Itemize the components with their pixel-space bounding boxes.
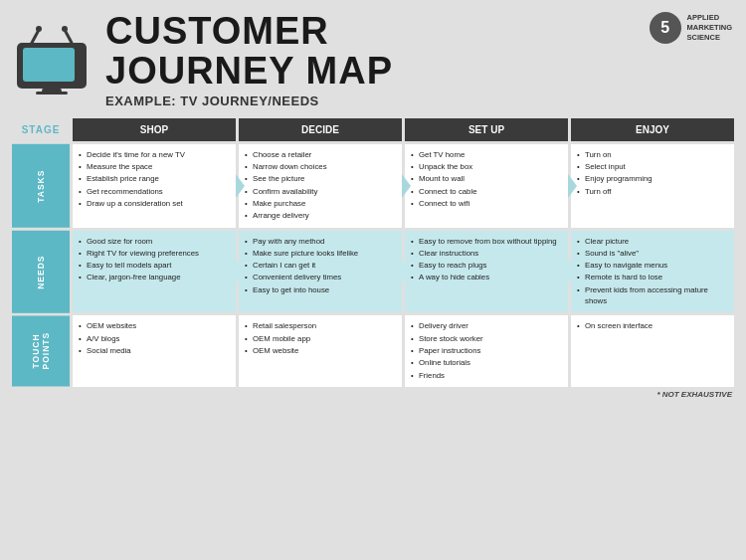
decide-tasks-list: Choose a retailer Narrow down choices Se… [245, 149, 396, 222]
list-item: Clear instructions [411, 248, 562, 259]
list-item: Friends [411, 370, 562, 381]
shop-touchpoints-list: OEM websites A/V blogs Social media [79, 320, 230, 356]
list-item: Clear, jargon-free language [79, 272, 230, 282]
logo-block: 5 APPLIEDMARKETINGSCIENCE [650, 12, 732, 44]
list-item: Measure the space [79, 161, 230, 172]
list-item: Clear picture [577, 236, 728, 247]
list-item: Social media [79, 345, 230, 356]
logo-number: 5 [660, 19, 669, 37]
setup-header: SET UP [405, 118, 568, 141]
decide-header: DECIDE [239, 118, 402, 141]
setup-tasks-list: Get TV home Unpack the box Mount to wall… [411, 149, 562, 209]
list-item: Turn on [577, 149, 728, 160]
enjoy-touchpoints-cell: On screen interface [571, 315, 734, 386]
setup-tasks-cell: Get TV home Unpack the box Mount to wall… [405, 144, 568, 228]
stage-header-cell: STAGE [12, 118, 70, 141]
list-item: Remote is hard to lose [577, 272, 728, 282]
list-item: A way to hide cables [411, 272, 562, 282]
list-item: Easy to reach plugs [411, 260, 562, 271]
journey-table: STAGE SHOP DECIDE SET UP ENJOY TASKS Dec… [12, 118, 734, 387]
decide-touchpoints-cell: Retail salesperson OEM mobile app OEM we… [239, 315, 402, 386]
subtitle: EXAMPLE: TV JOURNEY/NEEDS [105, 93, 734, 108]
logo-text: APPLIEDMARKETINGSCIENCE [687, 13, 732, 42]
list-item: Pay with any method [245, 236, 396, 247]
list-item: Prevent kids from accessing mature shows [577, 284, 728, 307]
list-item: Online tutorials [411, 357, 562, 368]
list-item: Sound is "alive" [577, 248, 728, 259]
list-item: A/V blogs [79, 333, 230, 344]
list-item: Select input [577, 161, 728, 172]
list-item: Choose a retailer [245, 149, 396, 160]
list-item: Turn off [577, 186, 728, 197]
list-item: Get TV home [411, 149, 562, 160]
decide-needs-list: Pay with any method Make sure picture lo… [245, 236, 396, 295]
list-item: Certain I can get it [245, 260, 396, 271]
arrow-right-icon [568, 260, 577, 283]
tv-icon [12, 25, 92, 94]
enjoy-tasks-list: Turn on Select input Enjoy programming T… [577, 149, 728, 197]
list-item: Store stock worker [411, 333, 562, 344]
svg-point-2 [36, 26, 42, 32]
list-item: Confirm availability [245, 186, 396, 197]
list-item: Unpack the box [411, 161, 562, 172]
main-title: CUSTOMERJOURNEY MAP [105, 12, 734, 92]
shop-touchpoints-cell: OEM websites A/V blogs Social media [73, 315, 236, 386]
list-item: Connect to wifi [411, 198, 562, 209]
setup-needs-list: Easy to remove from box without tipping … [411, 236, 562, 283]
svg-line-0 [32, 30, 39, 43]
list-item: Mount to wall [411, 173, 562, 184]
not-exhaustive-note: * NOT EXHAUSTIVE [12, 390, 734, 399]
list-item: Establish price range [79, 173, 230, 184]
setup-touchpoints-cell: Delivery driver Store stock worker Paper… [405, 315, 568, 386]
shop-tasks-cell: Decide it's time for a new TV Measure th… [73, 144, 236, 228]
decide-touchpoints-list: Retail salesperson OEM mobile app OEM we… [245, 320, 396, 356]
list-item: Retail salesperson [245, 320, 396, 331]
arrow-right-icon [236, 260, 245, 283]
enjoy-needs-cell: Clear picture Sound is "alive" Easy to n… [571, 231, 734, 313]
list-item: OEM websites [79, 320, 230, 331]
setup-touchpoints-list: Delivery driver Store stock worker Paper… [411, 320, 562, 380]
needs-row-label: NEEDS [12, 231, 70, 313]
list-item: Good size for room [79, 236, 230, 247]
svg-rect-7 [36, 92, 68, 94]
list-item: On screen interface [577, 320, 728, 331]
list-item: OEM mobile app [245, 333, 396, 344]
list-item: Easy to navigate menus [577, 260, 728, 271]
list-item: Make purchase [245, 198, 396, 209]
list-item: Draw up a consideration set [79, 198, 230, 209]
touchpoints-row-label: TOUCHPOINTS [12, 315, 70, 386]
list-item: Decide it's time for a new TV [79, 149, 230, 160]
decide-tasks-cell: Choose a retailer Narrow down choices Se… [239, 144, 402, 228]
tasks-row-label: TASKS [12, 144, 70, 228]
enjoy-tasks-cell: Turn on Select input Enjoy programming T… [571, 144, 734, 228]
svg-rect-5 [23, 48, 75, 82]
arrow-right-icon [402, 174, 411, 198]
enjoy-needs-list: Clear picture Sound is "alive" Easy to n… [577, 236, 728, 307]
shop-needs-cell: Good size for room Right TV for viewing … [73, 231, 236, 313]
shop-tasks-list: Decide it's time for a new TV Measure th… [79, 149, 230, 209]
list-item: Enjoy programming [577, 173, 728, 184]
page-wrapper: 5 APPLIEDMARKETINGSCIENCE CUSTOMERJOURNE… [0, 0, 746, 560]
arrow-right-icon [236, 174, 245, 198]
list-item: Easy to tell models apart [79, 260, 230, 271]
list-item: Easy to remove from box without tipping [411, 236, 562, 247]
list-item: Narrow down choices [245, 161, 396, 172]
svg-point-3 [62, 26, 68, 32]
list-item: Delivery driver [411, 320, 562, 331]
logo-circle: 5 [650, 12, 681, 44]
list-item: See the picture [245, 173, 396, 184]
list-item: Easy to get into house [245, 284, 396, 295]
title-block: CUSTOMERJOURNEY MAP EXAMPLE: TV JOURNEY/… [105, 12, 734, 108]
stage-label: STAGE [22, 124, 61, 135]
list-item: Paper instructions [411, 345, 562, 356]
list-item: Arrange delivery [245, 210, 396, 221]
svg-line-1 [65, 30, 72, 43]
enjoy-touchpoints-list: On screen interface [577, 320, 728, 331]
list-item: Get recommendations [79, 186, 230, 197]
header: CUSTOMERJOURNEY MAP EXAMPLE: TV JOURNEY/… [12, 12, 734, 108]
list-item: Right TV for viewing preferences [79, 248, 230, 259]
list-item: Connect to cable [411, 186, 562, 197]
list-item: Make sure picture looks lifelike [245, 248, 396, 259]
setup-needs-cell: Easy to remove from box without tipping … [405, 231, 568, 313]
list-item: OEM website [245, 345, 396, 356]
